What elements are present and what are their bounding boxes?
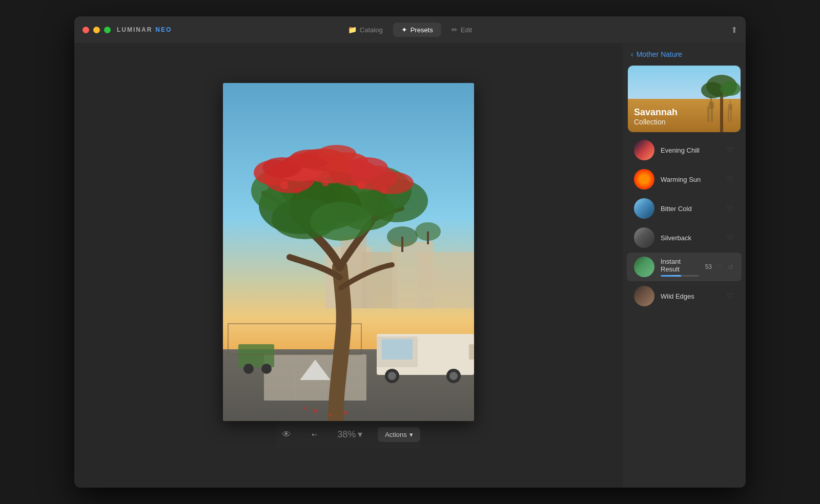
preset-item-silverback[interactable]: Silverback♡: [627, 223, 742, 252]
svg-point-21: [388, 372, 396, 380]
svg-rect-5: [418, 252, 474, 308]
undo-button-instant-result[interactable]: ↺: [727, 262, 734, 272]
preset-thumb-evening-chill: [634, 140, 654, 160]
actions-button[interactable]: Actions ▾: [378, 427, 420, 442]
svg-point-53: [280, 181, 289, 190]
title-bar: LUMINAR NEO 📁 Catalog ✦ Presets ✏ Edit ⬆: [74, 16, 746, 43]
preset-actions-silverback: ♡: [726, 233, 734, 243]
svg-rect-19: [382, 339, 413, 360]
preset-info-evening-chill: Evening Chill: [661, 146, 720, 154]
preset-thumb-bitter-cold: [634, 198, 654, 219]
app-neo: NEO: [155, 26, 172, 33]
preset-info-wild-edges: Wild Edges: [661, 292, 720, 300]
preset-info-instant-result: Instant Result: [661, 258, 699, 277]
svg-point-26: [243, 364, 254, 374]
traffic-lights: [83, 27, 111, 33]
preset-name-wild-edges: Wild Edges: [661, 292, 720, 300]
app-window: LUMINAR NEO 📁 Catalog ✦ Presets ✏ Edit ⬆: [74, 16, 746, 488]
sidebar-header: ‹ Mother Nature: [623, 43, 746, 66]
tab-catalog-label: Catalog: [360, 26, 383, 34]
zoom-button[interactable]: 38% ▾: [332, 426, 367, 443]
bottom-toolbar: 👁 ▪▫ 38% ▾ Actions ▾: [277, 421, 420, 448]
preset-actions-wild-edges: ♡: [726, 291, 734, 301]
close-button[interactable]: [83, 27, 89, 33]
favorite-button-bitter-cold[interactable]: ♡: [726, 203, 734, 214]
svg-point-56: [294, 187, 300, 194]
tab-catalog[interactable]: 📁 Catalog: [340, 23, 391, 37]
preset-item-instant-result[interactable]: Instant Result53♡↺: [627, 253, 742, 281]
svg-point-61: [344, 411, 348, 415]
fullscreen-button[interactable]: [104, 27, 111, 33]
catalog-icon: 📁: [348, 26, 357, 34]
preset-thumb-wild-edges: [634, 286, 654, 306]
svg-point-60: [303, 407, 306, 410]
svg-rect-24: [469, 344, 474, 360]
tab-edit[interactable]: ✏ Edit: [443, 23, 480, 37]
hero-title-sub: Collection: [634, 118, 678, 126]
svg-rect-3: [361, 252, 397, 308]
preset-item-wild-edges[interactable]: Wild Edges♡: [627, 282, 742, 310]
svg-point-27: [261, 364, 272, 374]
preset-actions-instant-result: 53♡↺: [705, 262, 734, 272]
svg-point-50: [345, 157, 388, 178]
eye-icon: 👁: [282, 429, 291, 440]
svg-point-38: [310, 202, 372, 241]
preset-actions-bitter-cold: ♡: [726, 203, 734, 214]
favorite-button-evening-chill[interactable]: ♡: [726, 145, 734, 155]
svg-point-55: [357, 181, 365, 190]
preset-info-bitter-cold: Bitter Cold: [661, 205, 720, 213]
preset-slider-fill-instant-result: [661, 275, 681, 277]
title-bar-tabs: 📁 Catalog ✦ Presets ✏ Edit: [340, 23, 480, 37]
preset-name-evening-chill: Evening Chill: [661, 146, 720, 154]
split-view-button[interactable]: ▪▫: [306, 427, 322, 442]
preset-item-evening-chill[interactable]: Evening Chill♡: [627, 136, 742, 164]
preset-info-warming-sun: Warming Sun: [661, 176, 720, 183]
presets-icon: ✦: [401, 26, 407, 34]
svg-point-52: [317, 145, 356, 162]
photo-container: [223, 83, 474, 421]
tab-presets[interactable]: ✦ Presets: [393, 23, 441, 37]
tab-edit-label: Edit: [461, 26, 472, 34]
svg-point-58: [313, 409, 317, 413]
hero-card[interactable]: Savannah Collection: [628, 66, 741, 132]
edit-icon: ✏: [452, 26, 458, 34]
preset-item-warming-sun[interactable]: Warming Sun♡: [627, 165, 742, 194]
right-sidebar: ‹ Mother Nature: [623, 43, 746, 488]
eye-button[interactable]: 👁: [277, 426, 296, 443]
preset-info-silverback: Silverback: [661, 234, 720, 242]
svg-point-59: [329, 413, 332, 416]
favorite-button-wild-edges[interactable]: ♡: [726, 291, 734, 301]
preset-item-bitter-cold[interactable]: Bitter Cold♡: [627, 194, 742, 223]
minimize-button[interactable]: [93, 27, 100, 33]
preset-actions-warming-sun: ♡: [726, 174, 734, 184]
favorite-button-warming-sun[interactable]: ♡: [726, 174, 734, 184]
actions-arrow-icon: ▾: [409, 431, 413, 438]
share-button[interactable]: ⬆: [731, 25, 737, 35]
favorite-button-silverback[interactable]: ♡: [726, 233, 734, 243]
svg-rect-7: [401, 237, 403, 252]
svg-rect-62: [707, 107, 709, 122]
split-icon: ▪▫: [312, 430, 317, 438]
svg-rect-70: [728, 109, 729, 122]
svg-point-57: [381, 187, 388, 194]
zoom-arrow-icon: ▾: [358, 429, 362, 440]
back-arrow-icon[interactable]: ‹: [631, 50, 633, 58]
left-panel: 👁 ▪▫ 38% ▾ Actions ▾: [74, 43, 623, 488]
preset-name-silverback: Silverback: [661, 234, 720, 242]
app-name: LUMINAR: [117, 26, 152, 33]
sidebar-back-label[interactable]: Mother Nature: [637, 50, 682, 58]
favorite-button-instant-result[interactable]: ♡: [715, 262, 724, 272]
preset-name-warming-sun: Warming Sun: [661, 176, 720, 183]
svg-point-68: [701, 82, 724, 98]
svg-rect-9: [427, 232, 429, 244]
svg-rect-25: [238, 344, 274, 367]
zoom-level: 38%: [337, 429, 356, 440]
preset-slider-instant-result[interactable]: [661, 275, 699, 277]
preset-list: Evening Chill♡Warming Sun♡Bitter Cold♡Si…: [623, 135, 746, 311]
photo-background: [223, 83, 474, 421]
actions-label: Actions: [385, 431, 407, 438]
hero-labels: Savannah Collection: [634, 108, 678, 126]
preset-thumb-warming-sun: [634, 169, 654, 190]
tab-presets-label: Presets: [411, 26, 433, 34]
svg-point-69: [720, 81, 741, 96]
